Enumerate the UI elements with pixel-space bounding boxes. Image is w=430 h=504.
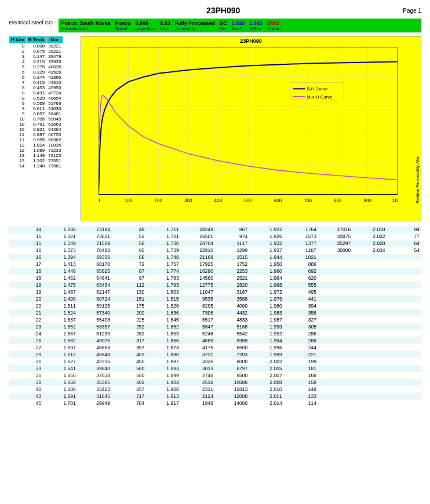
table-row: 261.582490753171.866468959581.994266 bbox=[9, 337, 421, 344]
table-row: 351.655375385501.899274695002.007168 bbox=[9, 372, 421, 379]
table-row: 121.02470835 bbox=[9, 143, 63, 148]
material-label: Electrical Steel GO bbox=[9, 19, 55, 25]
svg-text:1000: 1000 bbox=[392, 198, 398, 203]
col-h: H A/m bbox=[9, 36, 27, 43]
table-row: 40.21539935 bbox=[9, 59, 63, 64]
info-curve: B002 Curve bbox=[267, 20, 280, 31]
table-row: 201.499607241511.815953535681.976441 bbox=[9, 295, 421, 302]
info-hz: DC Hz bbox=[220, 20, 227, 31]
info-bar: Posco, South Korea Manufacturer Posco Br… bbox=[59, 19, 421, 32]
chart-title: 23PH090 bbox=[81, 36, 421, 44]
table-row: 271.597468533571.873417565001.996244 bbox=[9, 344, 421, 351]
table-row: 201.511591251751.826829540001.980394 bbox=[9, 302, 421, 309]
info-gage: 0.009 gage inch bbox=[136, 20, 156, 31]
col-mur: Mur bbox=[46, 36, 63, 43]
svg-text:400: 400 bbox=[214, 198, 223, 203]
table-row: 191.487621471301.8031104731671.972495 bbox=[9, 288, 421, 295]
table-row: 161.37370488601.7392291012991.9371187300… bbox=[9, 247, 421, 254]
table-row: 231.552533572521.852584751881.999305 bbox=[9, 323, 421, 330]
table-row: 191.475634341121.7931277528201.968555 bbox=[9, 282, 421, 288]
main-content: H A/m B Tesla Mur 00.0003022120.07539221… bbox=[9, 36, 421, 221]
table-row: 30.14739479 bbox=[9, 54, 63, 59]
table-row: 80.45345950 bbox=[9, 85, 63, 90]
table-row: 381.668353856021.9042516100862.008158 bbox=[9, 379, 421, 386]
table-row: 161.39469336661.7482116815151.9441021 bbox=[9, 254, 421, 261]
svg-text:100: 100 bbox=[125, 198, 133, 203]
table-row: 211.524573402001.836730644321.983356 bbox=[9, 309, 421, 316]
table-row: 131.20273551 bbox=[9, 158, 63, 163]
chart-svg: 0 100 200 300 400 500 600 700 800 900 10… bbox=[99, 47, 398, 206]
info-mm: 0.23 mm bbox=[160, 20, 170, 31]
left-table: H A/m B Tesla Mur 00.0003022120.07539221… bbox=[9, 36, 78, 221]
table-row: 131.14973125 bbox=[9, 153, 63, 158]
info-bsat: 2.020 Bsat bbox=[232, 20, 245, 31]
table-row: 110.88766755 bbox=[9, 132, 63, 137]
table-row: 311.627422154501.887333580002.002199 bbox=[9, 358, 421, 365]
info-annealing: Fully Processed Annealing bbox=[175, 20, 215, 31]
table-row: 100.76161663 bbox=[9, 122, 63, 127]
svg-text:Magnetic Field Intensity, H A/: Magnetic Field Intensity, H A/m bbox=[220, 206, 277, 206]
table-row: 70.41544310 bbox=[9, 80, 63, 85]
table-row: 100.70559045 bbox=[9, 116, 63, 122]
svg-text:700: 700 bbox=[304, 198, 312, 203]
info-brand: Posco Brand bbox=[115, 20, 131, 31]
main-data-table: 141.28873194481.711282498671.92217641701… bbox=[9, 226, 421, 407]
info-msm: 2.083 MS/m bbox=[249, 20, 263, 31]
table-row: 20.07539221 bbox=[9, 49, 63, 54]
table-row: 151.32173621521.721265019741.92615732087… bbox=[9, 233, 421, 240]
table-row: 241.567512392821.859524855421.992286 bbox=[9, 330, 421, 337]
svg-text:300: 300 bbox=[184, 198, 192, 203]
table-row: 50.27540635 bbox=[9, 64, 63, 70]
info-manufacturer: Posco, South Korea Manufacturer bbox=[61, 20, 111, 31]
table-row: 171.41368170721.7571792517521.950886 bbox=[9, 261, 421, 268]
table-row: 221.537554032251.845651748331.987327 bbox=[9, 316, 421, 323]
table-row: 100.82164264 bbox=[9, 127, 63, 132]
svg-text:200: 200 bbox=[154, 198, 162, 203]
chart-area: 23PH090 Flux Density, B Tesla Relative P… bbox=[81, 36, 421, 221]
table-row: 60.37442866 bbox=[9, 75, 63, 80]
bottom-section: 141.28873194481.711282498671.92217641701… bbox=[9, 226, 421, 407]
y-axis-right-label: Relative Permeability, Mur bbox=[416, 42, 420, 203]
table-row: 181.46264641971.7831456025211.964620 bbox=[9, 275, 421, 282]
table-row: 291.612456484021.880372172031.999221 bbox=[9, 351, 421, 358]
table-row: 80.49147724 bbox=[9, 90, 63, 96]
table-row: 110.95568982 bbox=[9, 137, 63, 143]
svg-text:600: 600 bbox=[274, 198, 282, 203]
svg-text:B-H Curve: B-H Curve bbox=[307, 86, 327, 92]
table-row: 431.691316457171.9132124120082.011133 bbox=[9, 393, 421, 400]
table-row: 141.28873194481.711282498671.92217641701… bbox=[9, 226, 421, 233]
table-row: 451.701299497841.9171948140002.014114 bbox=[9, 400, 421, 407]
svg-text:500: 500 bbox=[244, 198, 252, 203]
svg-text:900: 900 bbox=[364, 198, 372, 203]
col-b: B Tesla bbox=[26, 36, 46, 43]
svg-text:800: 800 bbox=[334, 198, 342, 203]
table-row: 90.65756481 bbox=[9, 111, 63, 116]
table-row: 00.00030221 bbox=[9, 43, 63, 49]
page-title: 23PH090 bbox=[43, 6, 403, 15]
table-row: 181.44865825871.7741629022531.960692 bbox=[9, 268, 421, 275]
table-row: 151.34971569561.7302470411171.9321377252… bbox=[9, 240, 421, 247]
table-row: 141.24873561 bbox=[9, 163, 63, 169]
page-header: 23PH090 Page 1 bbox=[9, 6, 421, 15]
table-row: 331.641398405001.893301387972.005181 bbox=[9, 365, 421, 372]
page-container: 23PH090 Page 1 Electrical Steel GO Posco… bbox=[0, 0, 430, 412]
svg-text:Mur-H Curve: Mur-H Curve bbox=[307, 94, 332, 100]
page-number: Page 1 bbox=[403, 8, 421, 14]
table-row: 401.680334236571.9082311108132.010148 bbox=[9, 386, 421, 393]
table-row: 60.32941526 bbox=[9, 70, 63, 75]
table-row: 121.08972233 bbox=[9, 148, 63, 153]
table-row: 90.56951766 bbox=[9, 101, 63, 106]
table-row: 90.61154036 bbox=[9, 106, 63, 111]
table-row: 80.52949654 bbox=[9, 96, 63, 101]
chart-container: 23PH090 Flux Density, B Tesla Relative P… bbox=[81, 36, 421, 221]
